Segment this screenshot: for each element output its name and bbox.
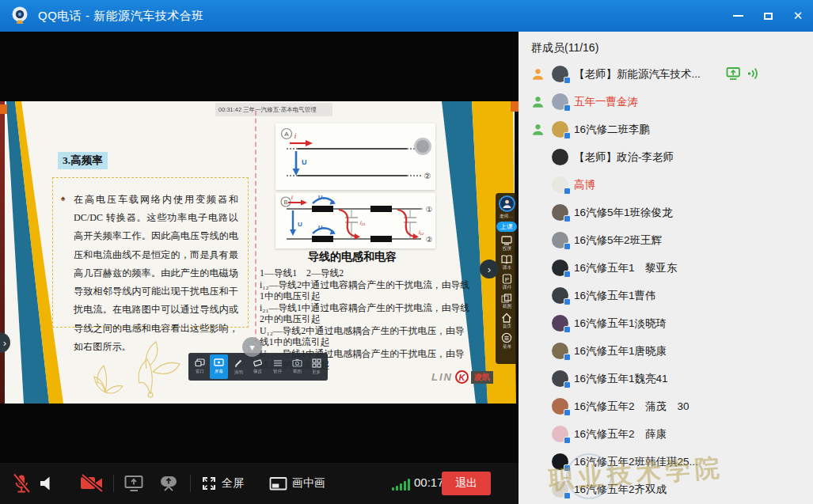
svg-text:U: U — [298, 221, 302, 228]
window-title: QQ电话 - 新能源汽车技术合班 — [38, 9, 204, 24]
member-row[interactable]: 16汽修5年2班王辉 — [519, 226, 813, 254]
legend-line: 线1中的电流引起 — [260, 336, 497, 348]
member-row[interactable]: 16汽修五年1魏亮41 — [519, 365, 813, 392]
device-badge — [564, 298, 571, 305]
svg-text:P: P — [504, 276, 508, 283]
close-button[interactable]: ✕ — [783, 0, 813, 32]
sidebar-item-textbook[interactable]: 课本 — [501, 255, 512, 271]
member-row[interactable]: 16汽修五年1曹伟 — [519, 282, 813, 309]
svg-text:U₁₂: U₁₂ — [318, 224, 328, 231]
member-row[interactable]: 【老师】政治-李老师 — [519, 143, 813, 171]
cursor-highlight — [414, 138, 431, 155]
titlebar: QQ电话 - 新能源汽车技术合班 ✕ — [0, 0, 813, 32]
avatar — [552, 343, 568, 359]
avatar — [552, 315, 568, 332]
diagram-a: A ① ② i U — [275, 123, 435, 190]
courseware-icon: P — [502, 274, 512, 284]
avatar — [552, 149, 568, 165]
members-header: 群成员(11/16) — [519, 32, 813, 60]
sidebar-item-menu[interactable]: 菜单 — [501, 332, 512, 351]
member-row[interactable]: 16汽修五年2 蒲茂 30 — [519, 392, 813, 420]
screen-icon — [214, 358, 224, 367]
avatar — [552, 204, 568, 221]
svg-text:②: ② — [424, 172, 431, 180]
share-tool-more[interactable]: 更多 — [307, 354, 325, 379]
share-toolbar: 窗口 屏幕 涂鸦 橡皮 — [188, 353, 328, 381]
whiteboard-button[interactable] — [158, 463, 179, 504]
member-name: 16汽修五年1曹伟 — [574, 289, 656, 303]
sidebar-item-home[interactable]: 首页 — [501, 313, 512, 330]
svg-text:i₂₁: i₂₁ — [360, 220, 366, 225]
member-name: 五年一曹金涛 — [574, 95, 638, 109]
signal-strength-icon — [392, 479, 410, 491]
speaker-button[interactable] — [38, 463, 55, 504]
device-badge — [564, 409, 571, 416]
share-screen-button[interactable] — [123, 463, 145, 504]
sidebar-item-cast[interactable]: 投屏 — [501, 236, 512, 252]
member-row[interactable]: 16汽修二班李鹏 — [519, 116, 813, 143]
camera-off-button[interactable] — [79, 463, 104, 504]
exit-button[interactable]: 退出 — [442, 472, 491, 495]
member-row[interactable]: 16汽修五年1淡晓琦 — [519, 309, 813, 337]
fullscreen-button[interactable]: 全屏 — [201, 463, 244, 504]
slide-section-title: 3.高频率 — [58, 152, 108, 169]
pencil-icon — [234, 358, 243, 368]
member-name: 16汽修五年1 黎亚东 — [574, 261, 678, 275]
camera-muted-icon — [79, 473, 104, 494]
share-tool-pause[interactable]: 暂停 — [268, 354, 287, 379]
svg-text:i: i — [294, 132, 297, 140]
sidebar-collapse-chevron[interactable]: › — [480, 260, 499, 279]
device-badge — [564, 381, 571, 388]
legend-line: 2中的电压引起 — [260, 313, 497, 325]
device-badge — [564, 492, 571, 499]
mute-mic-button[interactable] — [11, 463, 32, 504]
presence-icon — [531, 123, 545, 136]
monitor-icon — [501, 236, 512, 245]
avatar — [552, 121, 568, 138]
member-row[interactable]: 五年一曹金涛 — [519, 88, 813, 116]
presenter-icon — [158, 474, 179, 493]
avatar — [552, 370, 568, 387]
member-row[interactable]: 16汽修五年2齐双成 — [519, 476, 813, 503]
member-row[interactable]: 16汽修五年1 黎亚东 — [519, 254, 813, 282]
svg-text:i: i — [291, 194, 293, 201]
member-row[interactable]: 16汽修五年1唐晓康 — [519, 337, 813, 365]
svg-text:i₁₂: i₁₂ — [419, 229, 424, 235]
member-row[interactable]: 【老师】新能源汽车技术... — [519, 60, 813, 88]
shared-screen-stage: 00:31:42 三年一汽修五·基本电气管理 3.高频率 ♠ 在高电压车载网络内… — [0, 32, 519, 504]
avatar — [552, 287, 568, 304]
device-badge — [564, 132, 571, 139]
device-badge — [564, 188, 571, 195]
svg-text:U₂₁: U₂₁ — [318, 194, 328, 201]
avatar — [552, 176, 568, 193]
member-row[interactable]: 16汽修五年2班韩佳琪25... — [519, 448, 813, 476]
legend-line: i₂₁—导线1中通过电容耦合产生的干扰电流，由导线 — [260, 302, 497, 314]
pip-button[interactable]: 画中画 — [269, 463, 325, 504]
member-row[interactable]: 16汽修5年1班徐俊龙 — [519, 199, 813, 226]
member-row[interactable]: 高博 — [519, 171, 813, 199]
sidebar-avatar-label: 老师… — [500, 213, 514, 219]
svg-text:②: ② — [426, 235, 433, 244]
share-tool-screen[interactable]: 屏幕 — [210, 354, 228, 379]
member-name: 16汽修五年2 蒲茂 30 — [574, 400, 690, 414]
legend-line: i₁₂—导线2中通过电容耦合产生的干扰电流，由导线 — [260, 279, 497, 291]
member-row[interactable]: 16汽修五年2 薛康 — [519, 420, 813, 448]
lesson-button[interactable]: 上课 — [496, 222, 517, 232]
sidebar-item-snapshot[interactable]: 截图 — [501, 294, 512, 310]
sidebar-avatar[interactable] — [499, 195, 515, 212]
column-divider — [255, 111, 256, 342]
maximize-button[interactable] — [753, 0, 783, 32]
share-tool-eraser[interactable]: 橡皮 — [249, 354, 267, 379]
member-name: 【老师】新能源汽车技术... — [574, 67, 701, 81]
share-tool-snapshot[interactable]: 截图 — [288, 354, 306, 379]
window-icon — [195, 358, 205, 367]
avatar — [552, 426, 568, 442]
share-tool-window[interactable]: 窗口 — [191, 354, 209, 379]
screen-share-icon — [726, 66, 741, 81]
share-toolbar-collapse[interactable]: ▾ — [242, 337, 262, 357]
diagram-b-panel: B ① ② U₂₁ U₁₂ — [275, 193, 435, 248]
minimize-button[interactable] — [723, 0, 753, 32]
member-name: 高博 — [574, 178, 595, 192]
sidebar-item-courseware[interactable]: P 课件 — [502, 274, 512, 291]
share-tool-doodle[interactable]: 涂鸦 — [230, 354, 248, 379]
